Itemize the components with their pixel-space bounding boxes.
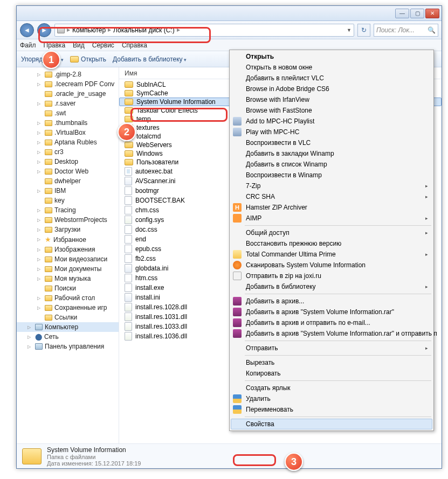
- context-menu-item[interactable]: Browse in Adobe Bridge CS6: [231, 84, 432, 94]
- context-menu-item[interactable]: Добавить в архив...: [231, 296, 432, 307]
- menu-view[interactable]: Вид: [73, 41, 85, 49]
- tree-item[interactable]: ▷Загрузки: [17, 225, 119, 234]
- expand-icon[interactable]: ▷: [37, 208, 43, 213]
- expand-icon[interactable]: ▷: [37, 140, 43, 145]
- context-menu-item[interactable]: Общий доступ: [231, 227, 432, 238]
- context-menu-item[interactable]: Копировать: [231, 368, 432, 379]
- tree-item[interactable]: ▷.VirtualBox: [17, 128, 119, 137]
- close-button[interactable]: ✕: [425, 9, 439, 18]
- tree-item[interactable]: ▷★Избранное: [17, 234, 119, 245]
- expand-icon[interactable]: ▷: [37, 257, 43, 262]
- menu-edit[interactable]: Правка: [44, 41, 66, 49]
- context-menu-item[interactable]: 7-Zip: [231, 181, 432, 191]
- expand-icon[interactable]: ▷: [37, 267, 43, 272]
- context-menu-item[interactable]: Сканировать System Volume Information: [231, 260, 432, 270]
- tree-item[interactable]: ▷Doctor Web: [17, 166, 119, 176]
- context-menu-item[interactable]: Отправить в zip на joxi.ru: [231, 270, 432, 281]
- tree-item[interactable]: ▷Моя музыка: [17, 274, 119, 283]
- nav-tree[interactable]: ▷.gimp-2.8▷.Icecream PDF Conv.oracle_jre…: [17, 67, 119, 443]
- context-menu-item[interactable]: Создать ярлык: [231, 383, 432, 393]
- tree-item[interactable]: ▷Aptana Rubles: [17, 137, 119, 147]
- tree-item[interactable]: .swt: [17, 108, 119, 118]
- context-menu-item[interactable]: Добавить в архив "System Volume Informat…: [231, 307, 432, 317]
- open-button[interactable]: Открыть: [70, 55, 106, 63]
- expand-icon[interactable]: ▷: [37, 150, 43, 155]
- expand-icon[interactable]: ▷: [37, 296, 43, 301]
- breadcrumb-computer[interactable]: Компьютер: [72, 26, 106, 34]
- expand-icon[interactable]: ▷: [37, 306, 43, 310]
- tree-item[interactable]: Поиски: [17, 283, 119, 293]
- tree-item[interactable]: key: [17, 196, 119, 205]
- context-menu-item[interactable]: HHamster ZIP Archiver: [231, 202, 432, 213]
- expand-icon[interactable]: ▷: [37, 169, 43, 174]
- context-menu-item[interactable]: Добавить в закладки Winamp: [231, 148, 432, 159]
- breadcrumb-disk[interactable]: Локальный диск (C:): [113, 26, 175, 34]
- tree-item[interactable]: ▷.gimp-2.8: [17, 70, 119, 79]
- context-menu-item[interactable]: AIMP: [231, 213, 432, 224]
- expand-icon[interactable]: ▷: [27, 344, 33, 349]
- expand-icon[interactable]: ▷: [37, 159, 43, 164]
- context-menu-item[interactable]: Add to MPC-HC Playlist: [231, 116, 432, 127]
- tree-item[interactable]: ▷Сохраненные игр: [17, 303, 119, 313]
- expand-icon[interactable]: ▷: [37, 237, 43, 242]
- tree-item[interactable]: ▷IBM: [17, 186, 119, 196]
- tree-item[interactable]: ▷Панель управления: [17, 342, 119, 351]
- tree-item[interactable]: ▷.Icecream PDF Conv: [17, 79, 119, 89]
- context-menu[interactable]: ОткрытьОткрыть в новом окнеДобавить в пл…: [229, 50, 434, 431]
- tree-item[interactable]: ▷.r.saver: [17, 99, 119, 108]
- tree-item[interactable]: ▷Рабочий стол: [17, 293, 119, 303]
- context-menu-item[interactable]: Вырезать: [231, 357, 432, 368]
- expand-icon[interactable]: ▷: [37, 101, 43, 106]
- tree-item[interactable]: ▷⬤Сеть: [17, 332, 119, 342]
- expand-icon[interactable]: ▷: [37, 72, 43, 77]
- expand-icon[interactable]: ▷: [27, 325, 33, 330]
- refresh-button[interactable]: ↻: [357, 24, 370, 37]
- menu-tools[interactable]: Сервис: [92, 41, 114, 49]
- context-menu-item[interactable]: Добавить в архив "System Volume Informat…: [231, 328, 432, 339]
- context-menu-item[interactable]: Свойства: [231, 419, 432, 429]
- context-menu-item[interactable]: Добавить в список Winamp: [231, 159, 432, 170]
- context-menu-item[interactable]: Добавить в плейлист VLC: [231, 73, 432, 84]
- tree-item[interactable]: ▷Tracing: [17, 205, 119, 215]
- context-menu-item[interactable]: Воспроизвести в VLC: [231, 137, 432, 148]
- expand-icon[interactable]: ▷: [37, 189, 43, 193]
- context-menu-item[interactable]: Воспроизвести в Winamp: [231, 170, 432, 181]
- tree-item[interactable]: ▷Мои документы: [17, 264, 119, 274]
- tree-item[interactable]: ▷Компьютер: [17, 322, 119, 332]
- context-menu-item[interactable]: Добавить в библиотеку: [231, 281, 432, 292]
- back-button[interactable]: ◄: [20, 23, 34, 37]
- context-menu-item[interactable]: Открыть в новом окне: [231, 62, 432, 73]
- minimize-button[interactable]: —: [395, 9, 409, 18]
- context-menu-item[interactable]: Добавить в архив и отправить по e-mail..…: [231, 317, 432, 328]
- context-menu-item[interactable]: Total Commander Ultima Prime: [231, 249, 432, 260]
- expand-icon[interactable]: ▷: [37, 227, 43, 232]
- expand-icon[interactable]: ▷: [37, 82, 43, 87]
- context-menu-item[interactable]: Переименовать: [231, 404, 432, 415]
- expand-icon[interactable]: ▷: [37, 247, 43, 252]
- context-menu-item[interactable]: Play with MPC-HC: [231, 127, 432, 137]
- context-menu-item[interactable]: Удалить: [231, 393, 432, 404]
- expand-icon[interactable]: ▷: [37, 276, 43, 281]
- expand-icon[interactable]: ▷: [37, 130, 43, 135]
- tree-item[interactable]: ▷Desktop: [17, 157, 119, 166]
- context-menu-item[interactable]: Browse with FastStone: [231, 105, 432, 116]
- menu-help[interactable]: Справка: [122, 41, 147, 49]
- tree-item[interactable]: ▷Мои видеозаписи: [17, 254, 119, 264]
- address-bar[interactable]: ▶ Компьютер ▶ Локальный диск (C:) ▶ ▼: [54, 24, 354, 37]
- tree-item[interactable]: dwhelper: [17, 176, 119, 186]
- context-menu-item[interactable]: Browse with IrfanView: [231, 94, 432, 105]
- tree-item[interactable]: ▷WebstormProjects: [17, 215, 119, 225]
- menu-file[interactable]: Файл: [20, 41, 36, 49]
- context-menu-item[interactable]: Открыть: [231, 51, 432, 62]
- dropdown-icon[interactable]: ▼: [347, 27, 351, 33]
- tree-item[interactable]: ▷cr3: [17, 147, 119, 157]
- add-library-button[interactable]: Добавить в библиотеку: [113, 55, 187, 63]
- search-input[interactable]: Поиск: Лок... 🔍: [374, 24, 438, 37]
- tree-item[interactable]: .oracle_jre_usage: [17, 89, 119, 99]
- expand-icon[interactable]: ▷: [27, 335, 33, 339]
- context-menu-item[interactable]: Восстановить прежнюю версию: [231, 238, 432, 249]
- forward-button[interactable]: ►: [37, 23, 51, 37]
- expand-icon[interactable]: ▷: [37, 121, 43, 126]
- tree-item[interactable]: ▷Изображения: [17, 245, 119, 254]
- maximize-button[interactable]: ▢: [410, 9, 424, 18]
